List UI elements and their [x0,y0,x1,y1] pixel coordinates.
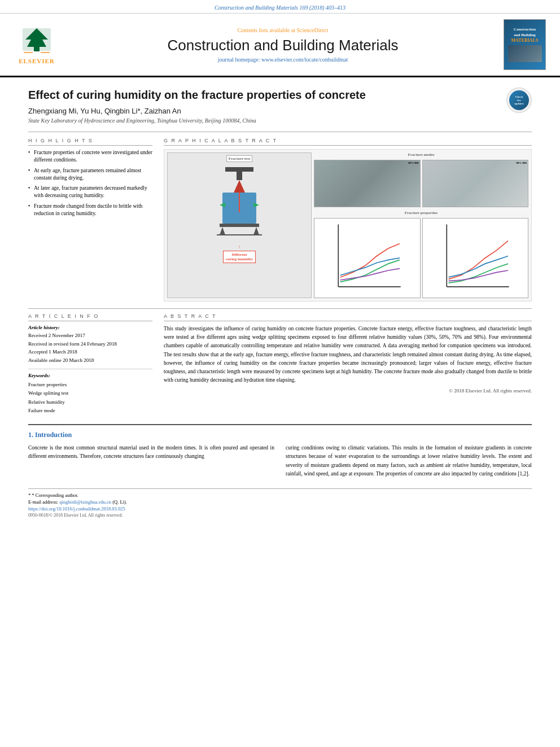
journal-homepage: journal homepage: www.elsevier.com/locat… [68,56,498,63]
graphical-abstract-inner: Fracture test [164,150,531,301]
graphical-abstract-image: Fracture test [164,149,532,302]
article-info-label: A R T I C L E I N F O [28,313,152,321]
corresponding-star: * [28,492,30,498]
keyword-4: Failure mode [28,407,152,415]
svg-rect-12 [220,224,259,227]
check-updates-text: Checkforupdates [514,95,524,106]
elsevier-tree-icon [17,25,56,56]
article-title: Effect of curing humidity on the fractur… [28,88,501,102]
ga-right-side: Fracture modes 30% RH 98% RH [314,152,528,298]
ga-fracture-test-label: Fracture test [226,155,253,162]
email-label: E-mail address: [28,499,58,505]
journal-header: ELSEVIER Contents lists available at Sci… [0,14,560,77]
journal-cover-image: Construction and Building MATERIALS [504,19,546,70]
ga-chart-2 [422,218,529,298]
journal-cover-container: Construction and Building MATERIALS [504,19,549,70]
introduction-section: 1. Introduction Concrete is the most com… [28,424,532,482]
svg-rect-5 [225,167,253,172]
article-history: Article history: Received 2 November 201… [28,325,152,364]
svg-rect-6 [237,172,242,180]
doi-link[interactable]: https://doi.org/10.1016/j.conbuildmat.20… [28,506,125,512]
keyword-2: Wedge splitting test [28,389,152,397]
email-line: E-mail address: qingbinli@tsinghua.edu.c… [28,499,532,505]
email-link[interactable]: qingbinli@tsinghua.edu.cn [59,499,111,505]
intro-para-1: Concrete is the most common structural m… [28,444,274,461]
page: Construction and Building Materials 169 … [0,0,560,747]
keywords-label: Keywords: [28,373,152,378]
cover-title-line2: and Building [514,33,536,38]
available-date: Available online 20 March 2018 [28,357,152,365]
article-info-column: A R T I C L E I N F O Article history: R… [28,313,152,415]
highlights-graphical-section: H I G H L I G H T S Fracture properties … [28,138,532,302]
svg-marker-13 [220,227,225,235]
highlight-item-3: At later age, fracture parameters decrea… [28,185,152,200]
highlights-list: Fracture properties of concrete were inv… [28,149,152,217]
intro-para-2: curing conditions owing to climatic vari… [286,444,532,478]
abstract-text: This study investigates the influence of… [164,325,532,385]
journal-title: Construction and Building Materials [68,37,498,54]
highlights-label: H I G H L I G H T S [28,138,152,146]
header-center: Contents lists available at ScienceDirec… [68,27,498,63]
ga-photo-98rh: 98% RH [422,160,529,207]
science-direct-link: Contents lists available at ScienceDirec… [68,27,498,33]
highlight-item-4: Fracture mode changed from ductile to br… [28,203,152,218]
homepage-label: journal homepage: www.elsevier.com/locat… [218,56,348,63]
copyright-line: © 2018 Elsevier Ltd. All rights reserved… [164,388,532,394]
intro-right-col: curing conditions owing to climatic vari… [286,444,532,482]
ga-arrow-label: ↑ [238,244,240,250]
ga-fracture-modes-label: Fracture modes [314,152,528,157]
highlight-item-1: Fracture properties of concrete were inv… [28,149,152,164]
ga-chart-2-svg [424,220,527,296]
received-date: Received 2 November 2017 [28,332,152,340]
corresponding-author-note: * * Corresponding author. [28,492,532,498]
check-updates-inner: Checkforupdates [509,90,529,110]
cover-title-line1: Construction [514,27,536,32]
ga-different-humidity-label: Differentcuring humidity [223,251,256,263]
ga-photo-row: 30% RH 98% RH [314,160,528,207]
science-direct-text: ScienceDirect [296,27,328,33]
abstract-column: A B S T R A C T This study investigates … [164,313,532,415]
corresponding-text: * Corresponding author. [32,492,78,498]
keywords-section: Keywords: Fracture properties Wedge spli… [28,369,152,415]
ga-chart-1 [314,218,421,298]
journal-citation-text: Construction and Building Materials 169 … [215,5,345,11]
keyword-1: Fracture properties [28,381,152,389]
doi-line: https://doi.org/10.1016/j.conbuildmat.20… [28,506,532,512]
ga-fracture-properties-label: Fracture properties [314,211,528,215]
article-content: Effect of curing humidity on the fractur… [0,77,560,518]
keyword-3: Relative humidity [28,398,152,407]
accepted-date: Accepted 1 March 2018 [28,348,152,356]
ga-photo-30rh: 30% RH [314,160,421,207]
elsevier-logo-container: ELSEVIER [11,25,62,64]
svg-marker-7 [234,180,245,193]
ga-30rh-label: 30% RH [408,161,419,164]
elsevier-logo: ELSEVIER [17,25,56,64]
article-history-label: Article history: [28,325,152,330]
article-title-section: Effect of curing humidity on the fractur… [28,77,532,127]
highlights-column: H I G H L I G H T S Fracture properties … [28,138,152,302]
ga-chart-row [314,218,528,298]
svg-rect-2 [34,47,40,51]
ga-boxes: Fracture test [164,150,531,301]
svg-marker-14 [253,227,259,235]
fracture-machine-svg [214,164,265,243]
title-divider [28,132,532,132]
check-updates-badge: Checkforupdates [506,88,532,113]
article-title-text: Effect of curing humidity on the fractur… [28,88,501,124]
abstract-label: A B S T R A C T [164,313,532,321]
graphical-abstract-label: G R A P H I C A L A B S T R A C T [164,138,532,146]
highlight-item-2: At early age, fracture parameters remain… [28,167,152,182]
intro-two-col: Concrete is the most common structural m… [28,444,532,482]
revised-date: Received in revised form 24 February 201… [28,340,152,348]
email-author: (Q. Li). [112,499,127,505]
cover-title-line3: MATERIALS [511,38,539,43]
keywords-list: Fracture properties Wedge splitting test… [28,381,152,415]
article-affiliation: State Key Laboratory of Hydroscience and… [28,117,501,124]
intro-left-col: Concrete is the most common structural m… [28,444,274,482]
ga-98rh-label: 98% RH [516,161,527,164]
article-info-abstract-section: A R T I C L E I N F O Article history: R… [28,308,532,415]
ga-chart-1-svg [316,220,419,296]
elsevier-brand-text: ELSEVIER [19,58,55,64]
authors-text: Zhengxiang Mi, Yu Hu, Qingbin Li*, Zaizh… [28,107,181,115]
footnote-copyright: 0950-0618/© 2018 Elsevier Ltd. All right… [28,513,532,518]
